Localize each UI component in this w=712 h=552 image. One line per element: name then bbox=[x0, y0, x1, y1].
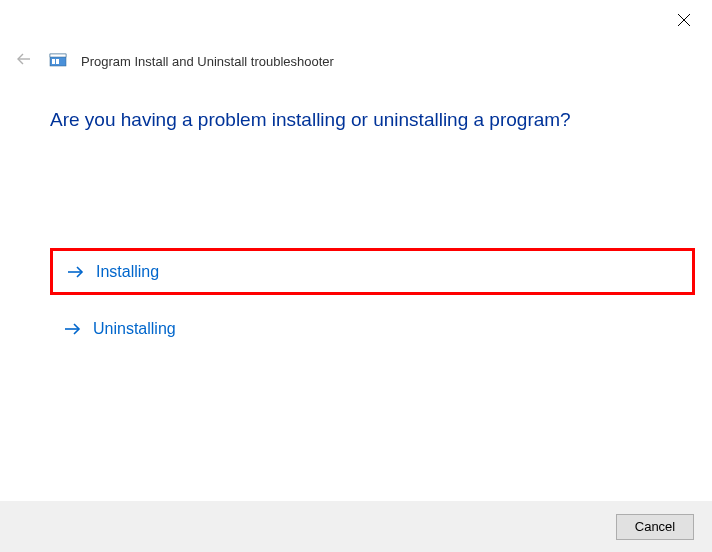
svg-rect-4 bbox=[50, 54, 66, 57]
svg-rect-5 bbox=[52, 59, 55, 64]
options-list: Installing Uninstalling bbox=[50, 248, 695, 352]
arrow-right-icon bbox=[63, 319, 83, 339]
close-icon bbox=[677, 13, 691, 31]
option-installing[interactable]: Installing bbox=[50, 248, 695, 295]
arrow-right-icon bbox=[66, 262, 86, 282]
svg-rect-6 bbox=[56, 59, 59, 64]
troubleshooter-icon bbox=[49, 52, 67, 70]
page-heading: Are you having a problem installing or u… bbox=[50, 109, 571, 131]
window-title: Program Install and Uninstall troublesho… bbox=[81, 54, 334, 69]
close-button[interactable] bbox=[674, 12, 694, 32]
option-label: Uninstalling bbox=[93, 320, 176, 338]
cancel-button[interactable]: Cancel bbox=[616, 514, 694, 540]
option-uninstalling[interactable]: Uninstalling bbox=[50, 305, 695, 352]
back-arrow-icon bbox=[15, 50, 33, 72]
back-button[interactable] bbox=[13, 50, 35, 72]
header-bar: Program Install and Uninstall troublesho… bbox=[13, 50, 334, 72]
option-label: Installing bbox=[96, 263, 159, 281]
footer-bar: Cancel bbox=[0, 501, 712, 552]
